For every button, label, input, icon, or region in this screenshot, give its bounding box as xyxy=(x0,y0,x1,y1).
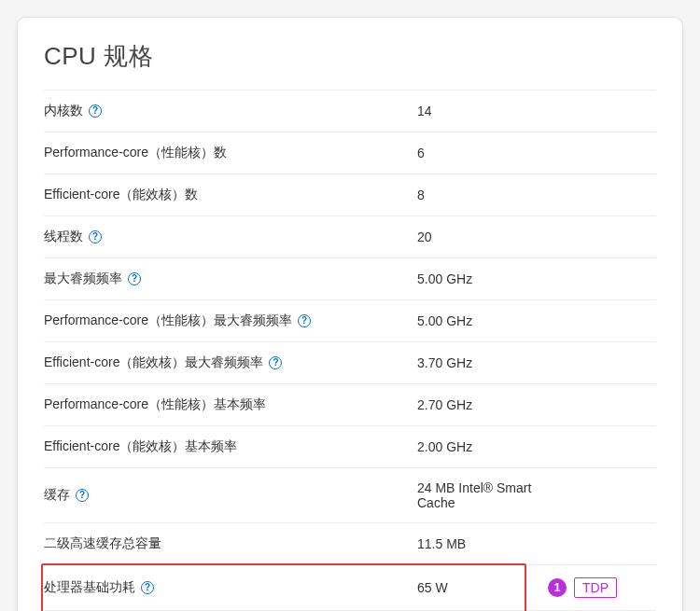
spec-value: 65 W xyxy=(417,580,548,595)
spec-row: 最大睿频频率?5.00 GHz xyxy=(44,257,656,299)
spec-label: Efficient-core（能效核）数 xyxy=(44,187,417,203)
spec-label-text: 缓存 xyxy=(44,487,70,504)
spec-label-text: Efficient-core（能效核）基本频率 xyxy=(44,438,237,455)
spec-row: 缓存?24 MB Intel® Smart Cache xyxy=(44,467,656,522)
spec-row: Performance-core（性能核）最大睿频频率?5.00 GHz xyxy=(44,299,656,341)
spec-row: 二级高速缓存总容量11.5 MB xyxy=(44,522,656,564)
spec-row: 线程数?20 xyxy=(44,215,656,257)
spec-row: Efficient-core（能效核）最大睿频频率?3.70 GHz xyxy=(44,341,656,383)
spec-label: Efficient-core（能效核）基本频率 xyxy=(44,438,417,455)
spec-label: Efficient-core（能效核）最大睿频频率? xyxy=(44,354,417,371)
spec-label-text: Performance-core（性能核）数 xyxy=(44,145,227,161)
help-icon[interactable]: ? xyxy=(141,581,154,594)
spec-label: 缓存? xyxy=(44,487,417,504)
spec-label-text: 二级高速缓存总容量 xyxy=(44,535,161,552)
spec-value: 2.00 GHz xyxy=(417,439,548,454)
spec-label: Performance-core（性能核）最大睿频频率? xyxy=(44,312,417,329)
help-icon[interactable]: ? xyxy=(76,489,89,502)
spec-value: 14 xyxy=(417,104,548,118)
spec-label-text: Performance-core（性能核）最大睿频频率 xyxy=(44,312,292,329)
spec-row: Performance-core（性能核）数6 xyxy=(44,132,656,174)
spec-row: Performance-core（性能核）基本频率2.70 GHz xyxy=(44,383,656,425)
spec-label: 二级高速缓存总容量 xyxy=(44,535,417,552)
spec-row: 内核数?14 xyxy=(44,90,656,132)
spec-value: 6 xyxy=(417,146,548,160)
spec-value: 20 xyxy=(417,229,548,244)
spec-label: Performance-core（性能核）基本频率 xyxy=(44,396,417,413)
section-title: CPU 规格 xyxy=(44,40,656,73)
spec-label: 内核数? xyxy=(44,103,417,119)
annotation-label: TDP xyxy=(574,577,617,598)
spec-value: 2.70 GHz xyxy=(417,397,548,412)
spec-row: 处理器基础功耗?65 W1TDP xyxy=(44,564,656,610)
spec-value: 5.00 GHz xyxy=(417,313,548,328)
spec-value: 3.70 GHz xyxy=(417,355,548,370)
annotation: 1TDP xyxy=(548,577,656,598)
spec-value: 11.5 MB xyxy=(417,536,548,551)
spec-label-text: 最大睿频频率 xyxy=(44,271,122,287)
help-icon[interactable]: ? xyxy=(269,356,282,369)
spec-label-text: 线程数 xyxy=(44,229,83,245)
help-icon[interactable]: ? xyxy=(89,230,102,243)
spec-label: Performance-core（性能核）数 xyxy=(44,145,417,161)
spec-label: 线程数? xyxy=(44,229,417,245)
spec-row: Efficient-core（能效核）基本频率2.00 GHz xyxy=(44,425,656,467)
spec-value: 5.00 GHz xyxy=(417,271,548,286)
spec-label-text: 处理器基础功耗 xyxy=(44,579,135,596)
spec-label: 处理器基础功耗? xyxy=(44,579,417,596)
spec-value: 8 xyxy=(417,187,548,202)
spec-table: 内核数?14Performance-core（性能核）数6Efficient-c… xyxy=(44,90,656,611)
spec-label-text: Efficient-core（能效核）数 xyxy=(44,187,198,203)
annotation-badge: 1 xyxy=(548,578,567,597)
help-icon[interactable]: ? xyxy=(89,104,102,118)
spec-label-text: Performance-core（性能核）基本频率 xyxy=(44,396,266,413)
help-icon[interactable]: ? xyxy=(298,314,311,327)
help-icon[interactable]: ? xyxy=(128,272,141,285)
spec-label-text: Efficient-core（能效核）最大睿频频率 xyxy=(44,354,263,371)
spec-card: CPU 规格 内核数?14Performance-core（性能核）数6Effi… xyxy=(17,17,683,611)
spec-label: 最大睿频频率? xyxy=(44,271,417,287)
spec-row: Efficient-core（能效核）数8 xyxy=(44,174,656,215)
spec-label-text: 内核数 xyxy=(44,103,83,119)
spec-value: 24 MB Intel® Smart Cache xyxy=(417,480,548,510)
